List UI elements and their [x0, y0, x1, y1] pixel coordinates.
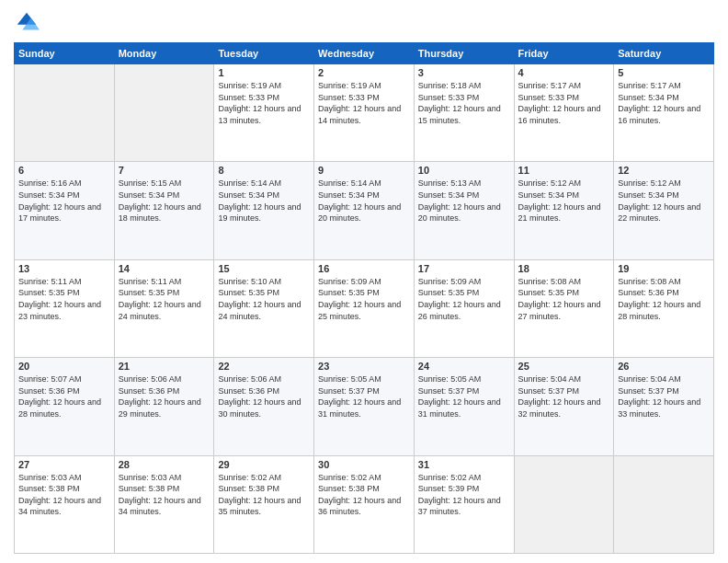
day-number: 20 [18, 361, 110, 372]
day-number: 11 [518, 165, 610, 176]
calendar-week-2: 6Sunrise: 5:16 AMSunset: 5:34 PMDaylight… [15, 162, 714, 259]
calendar-day: 5Sunrise: 5:17 AMSunset: 5:34 PMDaylight… [614, 64, 714, 162]
day-number: 10 [418, 165, 510, 176]
calendar-day: 8Sunrise: 5:14 AMSunset: 5:34 PMDaylight… [214, 162, 314, 259]
logo-icon [14, 9, 40, 35]
day-info: Sunrise: 5:02 AMSunset: 5:38 PMDaylight:… [218, 472, 310, 518]
weekday-thursday: Thursday [414, 43, 514, 64]
day-info: Sunrise: 5:03 AMSunset: 5:38 PMDaylight:… [18, 472, 110, 518]
calendar-week-5: 27Sunrise: 5:03 AMSunset: 5:38 PMDayligh… [15, 455, 714, 553]
day-number: 12 [618, 165, 710, 176]
calendar-table: SundayMondayTuesdayWednesdayThursdayFrid… [14, 42, 714, 554]
day-info: Sunrise: 5:11 AMSunset: 5:35 PMDaylight:… [18, 276, 110, 322]
day-info: Sunrise: 5:09 AMSunset: 5:35 PMDaylight:… [418, 276, 510, 322]
weekday-monday: Monday [114, 43, 214, 64]
calendar-day: 14Sunrise: 5:11 AMSunset: 5:35 PMDayligh… [114, 259, 214, 357]
day-info: Sunrise: 5:05 AMSunset: 5:37 PMDaylight:… [318, 373, 410, 419]
calendar-day: 9Sunrise: 5:14 AMSunset: 5:34 PMDaylight… [314, 162, 415, 259]
day-info: Sunrise: 5:14 AMSunset: 5:34 PMDaylight:… [318, 178, 410, 224]
day-number: 14 [119, 263, 210, 274]
calendar-day: 27Sunrise: 5:03 AMSunset: 5:38 PMDayligh… [15, 455, 115, 553]
weekday-tuesday: Tuesday [214, 43, 314, 64]
day-info: Sunrise: 5:19 AMSunset: 5:33 PMDaylight:… [218, 80, 310, 126]
day-info: Sunrise: 5:06 AMSunset: 5:36 PMDaylight:… [119, 373, 210, 419]
day-number: 21 [119, 361, 210, 372]
day-info: Sunrise: 5:04 AMSunset: 5:37 PMDaylight:… [518, 373, 610, 419]
calendar-day: 6Sunrise: 5:16 AMSunset: 5:34 PMDaylight… [15, 162, 115, 259]
day-number: 4 [518, 67, 610, 78]
calendar-day: 19Sunrise: 5:08 AMSunset: 5:36 PMDayligh… [614, 259, 714, 357]
day-info: Sunrise: 5:02 AMSunset: 5:39 PMDaylight:… [418, 472, 510, 518]
day-info: Sunrise: 5:05 AMSunset: 5:37 PMDaylight:… [418, 373, 510, 419]
calendar-day [15, 64, 115, 162]
calendar-day: 22Sunrise: 5:06 AMSunset: 5:36 PMDayligh… [214, 358, 314, 455]
calendar-day: 12Sunrise: 5:12 AMSunset: 5:34 PMDayligh… [614, 162, 714, 259]
calendar-day: 13Sunrise: 5:11 AMSunset: 5:35 PMDayligh… [15, 259, 115, 357]
day-number: 23 [318, 361, 410, 372]
calendar-day: 31Sunrise: 5:02 AMSunset: 5:39 PMDayligh… [414, 455, 514, 553]
day-info: Sunrise: 5:19 AMSunset: 5:33 PMDaylight:… [318, 80, 410, 126]
weekday-wednesday: Wednesday [314, 43, 415, 64]
calendar-day: 11Sunrise: 5:12 AMSunset: 5:34 PMDayligh… [514, 162, 614, 259]
day-number: 19 [618, 263, 710, 274]
weekday-friday: Friday [514, 43, 614, 64]
calendar-day: 21Sunrise: 5:06 AMSunset: 5:36 PMDayligh… [114, 358, 214, 455]
day-number: 27 [18, 459, 110, 470]
weekday-sunday: Sunday [15, 43, 115, 64]
day-info: Sunrise: 5:08 AMSunset: 5:35 PMDaylight:… [518, 276, 610, 322]
day-number: 24 [418, 361, 510, 372]
calendar-day: 15Sunrise: 5:10 AMSunset: 5:35 PMDayligh… [214, 259, 314, 357]
day-info: Sunrise: 5:11 AMSunset: 5:35 PMDaylight:… [119, 276, 210, 322]
day-number: 17 [418, 263, 510, 274]
day-number: 1 [218, 67, 310, 78]
day-info: Sunrise: 5:10 AMSunset: 5:35 PMDaylight:… [218, 276, 310, 322]
day-info: Sunrise: 5:12 AMSunset: 5:34 PMDaylight:… [518, 178, 610, 224]
day-number: 9 [318, 165, 410, 176]
day-info: Sunrise: 5:02 AMSunset: 5:38 PMDaylight:… [318, 472, 410, 518]
calendar-week-1: 1Sunrise: 5:19 AMSunset: 5:33 PMDaylight… [15, 64, 714, 162]
calendar-day: 28Sunrise: 5:03 AMSunset: 5:38 PMDayligh… [114, 455, 214, 553]
day-number: 8 [218, 165, 310, 176]
day-info: Sunrise: 5:18 AMSunset: 5:33 PMDaylight:… [418, 80, 510, 126]
weekday-saturday: Saturday [614, 43, 714, 64]
day-info: Sunrise: 5:15 AMSunset: 5:34 PMDaylight:… [119, 178, 210, 224]
calendar-day: 17Sunrise: 5:09 AMSunset: 5:35 PMDayligh… [414, 259, 514, 357]
calendar-day: 4Sunrise: 5:17 AMSunset: 5:33 PMDaylight… [514, 64, 614, 162]
day-info: Sunrise: 5:03 AMSunset: 5:38 PMDaylight:… [119, 472, 210, 518]
day-info: Sunrise: 5:09 AMSunset: 5:35 PMDaylight:… [318, 276, 410, 322]
day-number: 26 [618, 361, 710, 372]
day-number: 18 [518, 263, 610, 274]
header [14, 9, 714, 35]
day-number: 30 [318, 459, 410, 470]
logo [14, 9, 43, 35]
calendar-day: 1Sunrise: 5:19 AMSunset: 5:33 PMDaylight… [214, 64, 314, 162]
calendar-day: 23Sunrise: 5:05 AMSunset: 5:37 PMDayligh… [314, 358, 415, 455]
calendar-day [614, 455, 714, 553]
calendar-day: 18Sunrise: 5:08 AMSunset: 5:35 PMDayligh… [514, 259, 614, 357]
day-number: 25 [518, 361, 610, 372]
calendar-day: 10Sunrise: 5:13 AMSunset: 5:34 PMDayligh… [414, 162, 514, 259]
day-number: 6 [18, 165, 110, 176]
day-info: Sunrise: 5:12 AMSunset: 5:34 PMDaylight:… [618, 178, 710, 224]
calendar-day: 24Sunrise: 5:05 AMSunset: 5:37 PMDayligh… [414, 358, 514, 455]
day-number: 2 [318, 67, 410, 78]
day-number: 7 [119, 165, 210, 176]
day-number: 5 [618, 67, 710, 78]
calendar-week-4: 20Sunrise: 5:07 AMSunset: 5:36 PMDayligh… [15, 358, 714, 455]
day-info: Sunrise: 5:17 AMSunset: 5:33 PMDaylight:… [518, 80, 610, 126]
day-info: Sunrise: 5:17 AMSunset: 5:34 PMDaylight:… [618, 80, 710, 126]
day-number: 28 [119, 459, 210, 470]
day-info: Sunrise: 5:07 AMSunset: 5:36 PMDaylight:… [18, 373, 110, 419]
calendar-day [114, 64, 214, 162]
calendar-day: 26Sunrise: 5:04 AMSunset: 5:37 PMDayligh… [614, 358, 714, 455]
calendar-day: 2Sunrise: 5:19 AMSunset: 5:33 PMDaylight… [314, 64, 415, 162]
calendar-day: 7Sunrise: 5:15 AMSunset: 5:34 PMDaylight… [114, 162, 214, 259]
calendar-day: 30Sunrise: 5:02 AMSunset: 5:38 PMDayligh… [314, 455, 415, 553]
calendar-day: 16Sunrise: 5:09 AMSunset: 5:35 PMDayligh… [314, 259, 415, 357]
day-number: 13 [18, 263, 110, 274]
day-number: 15 [218, 263, 310, 274]
day-info: Sunrise: 5:04 AMSunset: 5:37 PMDaylight:… [618, 373, 710, 419]
day-number: 29 [218, 459, 310, 470]
day-info: Sunrise: 5:13 AMSunset: 5:34 PMDaylight:… [418, 178, 510, 224]
day-info: Sunrise: 5:06 AMSunset: 5:36 PMDaylight:… [218, 373, 310, 419]
